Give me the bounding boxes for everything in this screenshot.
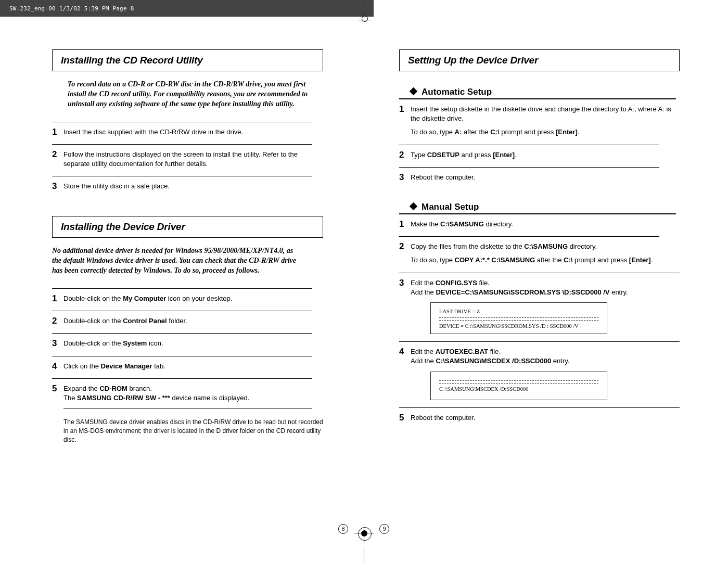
section-title: Setting Up the Device Driver: [399, 49, 680, 71]
rule: [399, 341, 680, 342]
step-text: Insert the disc supplied with the CD-R/R…: [63, 127, 323, 137]
step-text: Store the utility disc in a safe place.: [63, 182, 323, 191]
step-text: Reboot the computer.: [411, 173, 680, 182]
step-1: 1Insert the setup diskette in the disket…: [399, 105, 680, 123]
step-text: Follow the instructions displayed on the…: [63, 150, 323, 169]
rule: [52, 311, 312, 311]
step-number: 2: [399, 242, 406, 251]
rule: [52, 144, 312, 145]
left-page: Installing the CD Record Utility To reco…: [0, 0, 364, 562]
code-line: DEVICE = C :\SAMSUNG\SSCDROM.SYS /D : SS…: [439, 323, 598, 330]
step-number: 2: [399, 150, 406, 160]
subsection-label: Manual Setup: [422, 202, 479, 212]
step-2: 2Double-click on the Control Panel folde…: [52, 316, 323, 326]
code-line: LAST DRIVE = Z: [439, 308, 598, 315]
step-text: Double-click on the My Computer icon on …: [63, 294, 323, 303]
rule: [399, 273, 680, 273]
step-number: 5: [52, 384, 59, 403]
rule: [52, 378, 312, 379]
step-number: 3: [52, 182, 59, 191]
rule: [399, 167, 659, 168]
subsection-heading: Manual Setup: [399, 195, 676, 214]
step-indent: To do so, type COPY A:*.* C:\SAMSUNG aft…: [411, 256, 666, 265]
dashed-rule: [439, 317, 598, 318]
step-number: 3: [399, 173, 406, 182]
step-5: 5Reboot the computer.: [399, 413, 680, 423]
step-text: Double-click on the System icon.: [63, 339, 323, 348]
step-3: 3Reboot the computer.: [399, 173, 680, 182]
page-spread: Installing the CD Record Utility To reco…: [0, 0, 728, 562]
step-number: 1: [52, 294, 59, 303]
step-number: 3: [52, 339, 59, 348]
section-intro: No additional device driver is needed fo…: [52, 246, 297, 276]
rule: [52, 288, 312, 289]
step-number: 1: [399, 105, 406, 123]
subsection-label: Automatic Setup: [422, 87, 492, 97]
step-text: Reboot the computer.: [411, 413, 680, 423]
rule: [399, 145, 659, 145]
step-number: 2: [52, 316, 59, 326]
step-text: Copy the files from the diskette to the …: [411, 242, 680, 251]
step-text: Edit the CONFIG.SYS file.Add the DEVICE=…: [411, 278, 680, 297]
step-text: Make the C:\SAMSUNG directory.: [411, 220, 680, 229]
step-number: 4: [399, 347, 406, 366]
code-box: LAST DRIVE = Z DEVICE = C :\SAMSUNG\SSCD…: [430, 302, 607, 334]
rule: [399, 236, 659, 237]
rule: [52, 356, 312, 356]
step-1: 1Make the C:\SAMSUNG directory.: [399, 220, 680, 229]
code-line: C :\SAMSUNG\MSCDEX /D:SSCD000: [439, 386, 598, 393]
rule: [52, 176, 312, 176]
step-number: 1: [52, 127, 59, 137]
step-text: Type CDSETUP and press [Enter].: [411, 150, 680, 160]
step-text: Expand the CD-ROM branch.The SAMSUNG CD-…: [63, 384, 323, 403]
step-number: 4: [52, 362, 59, 371]
step-text: Double-click on the Control Panel folder…: [63, 316, 323, 326]
step-number: 1: [399, 220, 406, 229]
section-title: Installing the Device Driver: [52, 216, 323, 238]
subsection-heading: Automatic Setup: [399, 80, 676, 99]
rule: [52, 122, 312, 122]
step-1: 1Insert the disc supplied with the CD-R/…: [52, 127, 323, 137]
dashed-rule: [439, 320, 598, 321]
step-4: 4Click on the Device Manager tab.: [52, 362, 323, 371]
step-3: 3Double-click on the System icon.: [52, 339, 323, 348]
step-number: 5: [399, 413, 406, 423]
step-3: 3Store the utility disc in a safe place.: [52, 182, 323, 191]
step-3: 3Edit the CONFIG.SYS file.Add the DEVICE…: [399, 278, 680, 297]
step-4: 4Edit the AUTOEXEC.BAT file.Add the C:\S…: [399, 347, 680, 366]
rule: [52, 333, 312, 334]
page-number: 8: [338, 524, 348, 534]
diamond-icon: [410, 87, 418, 96]
step-text: Edit the AUTOEXEC.BAT file.Add the C:\SA…: [411, 347, 680, 366]
step-number: 3: [399, 278, 406, 297]
step-text: Insert the setup diskette in the diskett…: [411, 105, 680, 123]
code-box: C :\SAMSUNG\MSCDEX /D:SSCD000: [430, 372, 607, 401]
step-5: 5Expand the CD-ROM branch.The SAMSUNG CD…: [52, 384, 323, 403]
dashed-rule: [439, 383, 598, 384]
page-number: 9: [379, 524, 389, 534]
diamond-icon: [410, 202, 418, 211]
step-text: Click on the Device Manager tab.: [63, 362, 323, 371]
dashed-rule: [439, 380, 598, 381]
note-text: The SAMSUNG device driver enables discs …: [63, 418, 323, 444]
rule: [399, 407, 680, 408]
section-intro: To record data on a CD-R or CD-RW disc i…: [68, 80, 312, 109]
step-2: 2Type CDSETUP and press [Enter].: [399, 150, 680, 160]
step-number: 2: [52, 150, 59, 169]
step-2: 2Copy the files from the diskette to the…: [399, 242, 680, 251]
step-1: 1Double-click on the My Computer icon on…: [52, 294, 323, 303]
step-indent: To do so, type A: after the C:\ prompt a…: [411, 127, 666, 137]
right-page: Setting Up the Device Driver Automatic S…: [364, 0, 727, 562]
rule: [63, 408, 312, 408]
section-title: Installing the CD Record Utility: [52, 49, 323, 71]
step-2: 2Follow the instructions displayed on th…: [52, 150, 323, 169]
